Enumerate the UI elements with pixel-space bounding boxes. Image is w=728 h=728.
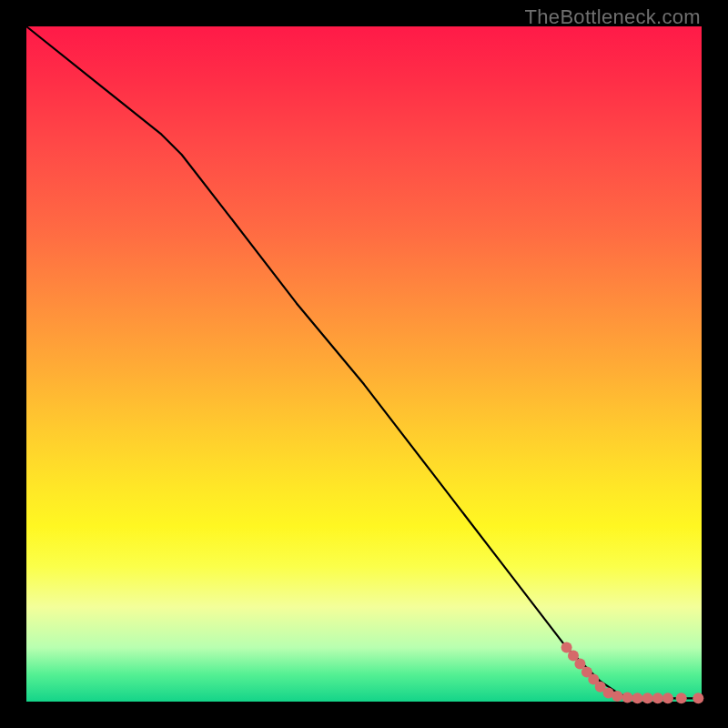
curve-marker xyxy=(612,691,622,702)
curve-marker xyxy=(693,693,703,703)
curve-marker xyxy=(642,693,653,703)
curve-markers xyxy=(561,642,704,704)
curve-marker xyxy=(676,693,687,703)
curve-marker xyxy=(652,693,663,703)
chart-frame: TheBottleneck.com xyxy=(0,0,728,728)
plot-area xyxy=(26,26,702,702)
curve-marker xyxy=(632,693,643,703)
curve-marker xyxy=(622,693,632,703)
chart-overlay xyxy=(26,26,702,702)
bottleneck-curve xyxy=(26,26,702,698)
curve-marker xyxy=(662,693,673,703)
